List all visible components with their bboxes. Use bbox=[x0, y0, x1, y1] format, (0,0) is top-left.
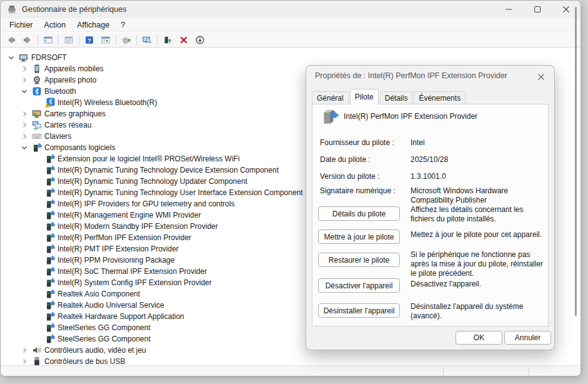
tree-item-label: Appareils photo bbox=[44, 76, 96, 84]
driver-details-button[interactable]: Détails du pilote bbox=[318, 206, 400, 221]
back-icon[interactable] bbox=[3, 33, 19, 46]
tab-general[interactable]: Général bbox=[312, 91, 349, 104]
ok-button[interactable]: OK bbox=[456, 331, 502, 345]
menu-action[interactable]: Action bbox=[39, 19, 72, 31]
status-separator bbox=[443, 367, 444, 376]
uninstall-device-button[interactable]: Désinstaller l'appareil bbox=[318, 303, 400, 318]
field-value: Intel bbox=[411, 138, 547, 148]
tab-evenements[interactable]: Événements bbox=[414, 91, 466, 104]
help-icon[interactable]: ? bbox=[81, 33, 97, 46]
properties-icon[interactable] bbox=[61, 33, 77, 46]
chevron-down-icon[interactable] bbox=[19, 86, 29, 96]
bluetooth-icon bbox=[32, 86, 42, 96]
chevron-right-icon[interactable] bbox=[19, 75, 29, 85]
chevron-right-icon[interactable] bbox=[19, 64, 29, 74]
chevron-placeholder bbox=[32, 165, 42, 175]
vertical-scrollbar[interactable] bbox=[575, 7, 577, 316]
tree-item-label: Cartes graphiques bbox=[44, 109, 106, 118]
chevron-placeholder bbox=[32, 289, 42, 299]
chevron-right-icon[interactable] bbox=[19, 109, 29, 119]
tree-item-label: Realtek Asio Component bbox=[57, 290, 140, 298]
chevron-placeholder bbox=[32, 323, 42, 333]
chevron-placeholder bbox=[32, 244, 42, 254]
tree-item-label: Appareils mobiles bbox=[44, 64, 104, 73]
chevron-placeholder bbox=[32, 210, 42, 220]
menu-affichage[interactable]: Affichage bbox=[71, 19, 115, 31]
settings-update-icon[interactable] bbox=[118, 33, 134, 46]
menu-aide[interactable]: ? bbox=[115, 19, 131, 31]
chevron-placeholder bbox=[32, 278, 42, 288]
tree-item[interactable]: FDRSOFT bbox=[1, 52, 581, 63]
chevron-placeholder bbox=[32, 300, 42, 310]
tree-item-label: Intel(R) System Config IPF Extension Pro… bbox=[57, 278, 212, 287]
disable-device-icon[interactable] bbox=[192, 33, 208, 46]
scan-hardware-icon[interactable] bbox=[139, 33, 155, 46]
status-bar bbox=[1, 365, 581, 376]
chevron-placeholder bbox=[32, 255, 42, 265]
tree-item-label: Composants logiciels bbox=[44, 143, 115, 152]
driver-tab-page: Intel(R) PerfMon IPF Extension Provider … bbox=[312, 104, 549, 326]
chevron-placeholder bbox=[32, 311, 42, 321]
tree-item-label: Contrôleurs audio, vidéo et jeu bbox=[44, 346, 146, 355]
rollback-driver-button[interactable]: Restaurer le pilote bbox=[318, 253, 400, 267]
cancel-button[interactable]: Annuler bbox=[504, 331, 551, 345]
tree-item-label: Intel(R) PMT IPF Extension Provider bbox=[57, 245, 179, 253]
tab-details[interactable]: Détails bbox=[380, 91, 413, 104]
tree-item-label: Cartes réseau bbox=[44, 121, 91, 129]
uninstall-device-icon[interactable] bbox=[176, 33, 192, 46]
minimize-button[interactable] bbox=[494, 1, 523, 18]
network-adapter-icon bbox=[32, 120, 42, 130]
software-component-icon bbox=[45, 289, 55, 299]
display-adapter-icon bbox=[32, 109, 42, 119]
toolbar-separator bbox=[116, 35, 116, 45]
tree-item-label: Intel(R) Dynamic Tuning Technology User … bbox=[57, 188, 303, 197]
bluetooth-warning-icon bbox=[45, 98, 55, 108]
uninstall-device-description: Désinstallez l'appareil du système (avan… bbox=[411, 302, 546, 321]
chevron-placeholder bbox=[32, 266, 42, 276]
chevron-placeholder bbox=[32, 188, 42, 198]
software-component-icon bbox=[45, 210, 55, 220]
disable-device-button[interactable]: Désactiver l'appareil bbox=[318, 278, 400, 293]
chevron-right-icon[interactable] bbox=[19, 356, 29, 365]
field-label: Version du pilote : bbox=[320, 172, 379, 181]
tree-item-label: Bluetooth bbox=[44, 87, 76, 96]
software-component-device-icon bbox=[321, 108, 339, 126]
chevron-placeholder bbox=[32, 334, 42, 344]
software-component-icon bbox=[45, 176, 55, 186]
dialog-close-icon[interactable] bbox=[534, 70, 548, 84]
software-component-icon bbox=[45, 255, 55, 265]
chevron-placeholder bbox=[32, 233, 42, 243]
update-driver-icon[interactable] bbox=[159, 33, 176, 46]
maximize-button[interactable] bbox=[523, 1, 552, 18]
tree-item-label: Intel(R) SoC Thermal IPF Extension Provi… bbox=[57, 267, 207, 276]
tree-item-label: Claviers bbox=[44, 132, 71, 141]
menu-fichier[interactable]: Fichier bbox=[4, 19, 39, 31]
software-component-icon bbox=[45, 221, 55, 231]
tree-item[interactable]: Contrôleurs de bus USB bbox=[1, 356, 581, 365]
chevron-placeholder bbox=[32, 98, 42, 108]
chevron-down-icon[interactable] bbox=[19, 143, 29, 153]
export-list-icon[interactable] bbox=[97, 33, 114, 46]
chevron-placeholder bbox=[32, 199, 42, 209]
field-value: Microsoft Windows Hardware Compatibility… bbox=[411, 186, 547, 205]
toolbar-separator bbox=[136, 35, 137, 45]
tree-item-label: Extension pour le logiciel Intel® PROSet… bbox=[57, 154, 240, 163]
tree-item-label: Intel(R) IPF Providers for GPU telemetry… bbox=[57, 200, 234, 208]
tab-pilote[interactable]: Pilote bbox=[350, 89, 379, 104]
chevron-right-icon[interactable] bbox=[19, 345, 29, 355]
chevron-right-icon[interactable] bbox=[19, 131, 29, 141]
update-driver-button[interactable]: Mettre à jour le pilote bbox=[318, 230, 400, 244]
svg-text:?: ? bbox=[87, 37, 91, 43]
software-component-icon bbox=[45, 244, 55, 254]
console-tree-icon[interactable] bbox=[40, 33, 56, 46]
chevron-right-icon[interactable] bbox=[19, 120, 29, 130]
chevron-down-icon[interactable] bbox=[6, 53, 16, 63]
field-value: 2025/10/28 bbox=[411, 155, 547, 164]
status-separator bbox=[529, 367, 529, 376]
device-manager-app-icon bbox=[7, 4, 17, 14]
tree-item-label: SteelSeries GG Component bbox=[57, 323, 151, 332]
tree-item-label: Intel(R) Modern Standby IPF Extension Pr… bbox=[57, 222, 218, 231]
forward-icon[interactable] bbox=[19, 33, 36, 46]
tree-item-label: Intel(R) Dynamic Tuning Technology Devic… bbox=[57, 166, 279, 174]
menu-bar: Fichier Action Affichage ? bbox=[1, 18, 581, 32]
